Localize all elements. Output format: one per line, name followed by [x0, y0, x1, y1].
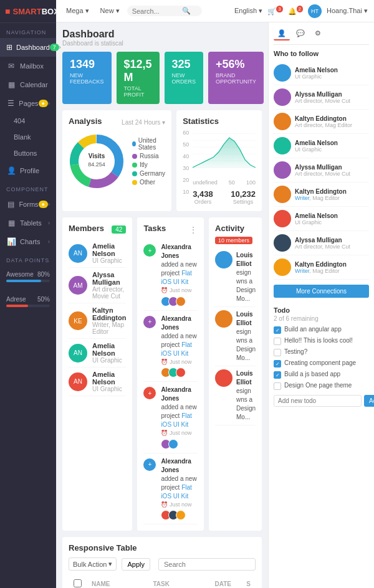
sidebar-item-404[interactable]: 404 — [0, 113, 56, 129]
sidebar-item-dashboard[interactable]: ⊞ Dashboard 7 › — [0, 38, 56, 57]
mailbox-icon: ✉ — [6, 61, 16, 71]
todo-checkbox[interactable]: ✓ — [274, 326, 281, 334]
mega-link[interactable]: Mega ▾ — [62, 7, 93, 15]
stat-value: +56% — [216, 58, 256, 71]
sidebar-item-buttons[interactable]: Buttons — [0, 145, 56, 161]
stat-label: TOTAL PROFIT — [124, 85, 152, 98]
legend-item: Other — [132, 179, 165, 186]
task-time: ⏰ Just now — [161, 287, 198, 295]
member-avatar: AN — [69, 244, 87, 263]
activity-item: Louis Elliot esign wns a Design Mo... — [215, 307, 256, 366]
member-role: UI Graphic — [92, 257, 126, 264]
sidebar-item-calendar[interactable]: ▦ Calendar — [0, 75, 56, 94]
todo-item: Design One page theme — [274, 382, 369, 390]
task-item: + Alexandra Jones added a new project Fl… — [143, 239, 198, 311]
new-link[interactable]: New ▾ — [97, 7, 123, 15]
member-role: Art director, Movie Cut — [92, 286, 126, 300]
activity-item: Louis Elliot esign wns a Design Mo... — [215, 248, 256, 307]
task-dot: + — [143, 458, 156, 471]
member-name: Amelia Nelson — [92, 242, 126, 257]
top-navigation: Mega ▾ New ▾ 🔍 English ▾ 🛒3 🔔2 HT Hoang.… — [56, 0, 374, 22]
legend-label: Germany — [140, 170, 165, 177]
table-search-input[interactable] — [158, 558, 256, 571]
chevron-icon: › — [48, 220, 50, 226]
slider-track[interactable] — [6, 280, 50, 282]
bell-icon[interactable]: 🔔2 — [288, 6, 303, 16]
logo-text: SMARTBOX — [12, 7, 59, 16]
topnav-right: English ▾ 🛒3 🔔2 HT Hoang.Thai ▾ — [234, 4, 368, 18]
dashboard-icon: ⊞ — [6, 42, 12, 52]
tab-settings[interactable]: ⚙ — [311, 27, 325, 40]
task-time: ⏰ Just now — [161, 501, 198, 509]
activity-badge: 10 members — [215, 237, 252, 244]
sidebar-item-label: Charts — [20, 238, 48, 245]
sidebar-item-blank[interactable]: Blank — [0, 129, 56, 145]
follow-avatar — [274, 234, 291, 252]
todo-checkbox[interactable] — [274, 349, 281, 356]
sidebar-item-tablets[interactable]: ▦ Tablets › — [0, 214, 56, 232]
tab-profile[interactable]: 👤 — [274, 27, 290, 40]
y-label: 20 — [183, 177, 189, 183]
x-label: 50 — [229, 179, 235, 186]
chevron-icon: › — [48, 239, 50, 245]
sidebar-item-mailbox[interactable]: ✉ Mailbox — [0, 57, 56, 75]
chevron-down-icon: › — [48, 100, 50, 107]
username: Hoang.Thai ▾ — [327, 7, 368, 15]
member-name: Kaltyn Eddington — [92, 306, 126, 321]
stat-card-orders: 325 NEW ORDERS — [165, 52, 204, 104]
slider-label: Awesome — [6, 271, 34, 278]
settings-value: 10,232 — [231, 189, 256, 199]
members-header: Members 42 — [69, 224, 126, 235]
col-checkbox — [69, 576, 87, 588]
select-all-checkbox[interactable] — [74, 579, 82, 587]
todo-checkbox[interactable] — [274, 382, 281, 390]
user-avatar[interactable]: HT — [308, 4, 322, 18]
y-label: 40 — [183, 153, 189, 159]
settings-label: Settings — [231, 199, 256, 205]
sidebar-item-profile[interactable]: 👤 Profile — [0, 161, 56, 180]
apply-button[interactable]: Apply — [122, 558, 150, 571]
tablets-icon: ▦ — [6, 218, 16, 228]
analysis-subtitle[interactable]: Last 24 Hours ▾ — [122, 119, 165, 126]
todo-add-input[interactable] — [274, 395, 362, 407]
follow-avatar — [274, 210, 291, 227]
follow-item: Kaltyn EddingtonWriter, Mag Editor — [274, 255, 369, 280]
stat-value: $12,5 M — [124, 58, 152, 84]
sidebar-item-forms[interactable]: ▤ Forms ● › — [0, 195, 56, 214]
member-name: Alyssa Mulligan — [92, 271, 126, 286]
page-subtitle: Dashboard is statiscal — [62, 40, 262, 47]
x-label: 100 — [246, 179, 256, 186]
sidebar-item-charts[interactable]: 📊 Charts › — [0, 232, 56, 251]
more-connections-button[interactable]: More Connections — [274, 285, 369, 298]
follow-role: UI Graphic — [295, 74, 338, 80]
todo-checkbox[interactable]: ✓ — [274, 360, 281, 368]
language-selector[interactable]: English ▾ — [234, 7, 262, 15]
stat-value: 1349 — [70, 58, 104, 71]
x-label: undefined — [193, 179, 218, 186]
page-title: Dashboard — [62, 29, 262, 40]
sidebar-item-label: Dashboard — [16, 44, 50, 51]
todo-checkbox[interactable]: ✓ — [274, 371, 281, 379]
tasks-menu-icon[interactable]: ⋮ — [189, 225, 198, 235]
todo-add-button[interactable]: Add — [364, 395, 374, 407]
bulk-action-dropdown[interactable]: Bulk Action ▾ — [69, 557, 117, 571]
follow-item: Amelia NelsonUI Graphic — [274, 207, 369, 231]
sidebar-item-pages[interactable]: ☰ Pages ● › — [0, 94, 56, 113]
slider-fill — [6, 305, 28, 307]
tab-chat[interactable]: 💬 — [292, 27, 309, 40]
stats-orders: 3,438 Orders — [193, 189, 213, 205]
slider-track[interactable] — [6, 305, 50, 307]
chevron-down-icon: ▾ — [108, 560, 112, 568]
search-input[interactable] — [132, 7, 182, 15]
sidebar-item-label: 404 — [14, 117, 50, 125]
svg-text:Visits: Visits — [89, 153, 105, 159]
member-avatar: AN — [69, 372, 87, 391]
who-to-follow-title: Who to follow — [274, 50, 369, 57]
search-bar[interactable]: 🔍 — [127, 6, 202, 16]
todo-checkbox[interactable] — [274, 338, 281, 345]
notification-icon[interactable]: 🛒3 — [267, 6, 282, 16]
right-panel-tabs: 👤 💬 ⚙ — [274, 27, 369, 45]
charts-icon: 📊 — [6, 237, 16, 247]
todo-text: Hello!! This is looks cool! — [284, 337, 353, 344]
follow-avatar — [274, 186, 291, 203]
